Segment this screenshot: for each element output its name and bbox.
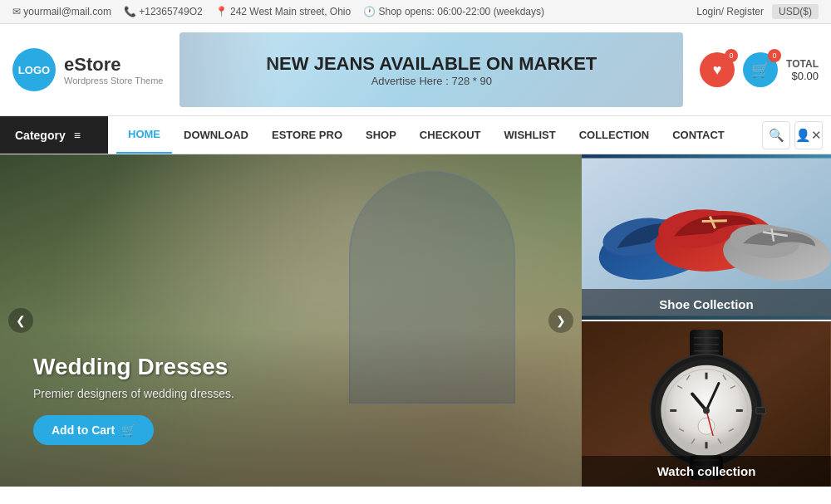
nav-contact[interactable]: CONTACT (661, 116, 736, 154)
user-button[interactable]: 👤✕ (794, 121, 823, 149)
hero-overlay: Wedding Dresses Premier designers of wed… (0, 329, 582, 487)
email-icon: ✉ (12, 6, 21, 17)
hero-main: ❮ ❯ Wedding Dresses Premier designers of… (0, 154, 582, 487)
wishlist-btn-wrapper: ♥ 0 (700, 52, 735, 87)
banner-heading: NEW JEANS AVAILABLE ON MARKET (266, 53, 597, 75)
cart-btn-wrapper: 🛒 0 (743, 52, 778, 87)
cart-button[interactable]: 🛒 0 (743, 52, 778, 87)
location-icon: 📍 (215, 6, 228, 17)
hero-subtitle: Premier designers of wedding dresses. (33, 387, 548, 400)
add-to-cart-button[interactable]: Add to Cart 🛒 (33, 415, 154, 445)
search-icon: 🔍 (769, 128, 784, 143)
hero-section: ❮ ❯ Wedding Dresses Premier designers of… (0, 154, 831, 487)
nav-shop[interactable]: SHOP (354, 116, 408, 154)
site-tagline: Wordpress Store Theme (64, 76, 163, 86)
nav-estore-pro[interactable]: ESTORE PRO (260, 116, 354, 154)
wishlist-button[interactable]: ♥ 0 (700, 52, 735, 87)
total-area: TOTAL $0.00 (786, 58, 819, 82)
currency-selector[interactable]: USD($) (772, 4, 819, 19)
add-to-cart-label: Add to Cart (52, 423, 115, 437)
topbar-right: Login/ Register USD($) (696, 4, 819, 19)
svg-point-35 (703, 407, 710, 413)
nav-bar: Category ≡ HOME DOWNLOAD ESTORE PRO SHOP… (0, 115, 831, 154)
topbar-left: ✉ yourmail@mail.com 📞 +12365749O2 📍 242 … (12, 6, 544, 17)
banner-text: NEW JEANS AVAILABLE ON MARKET Advertise … (266, 53, 597, 87)
login-register-link[interactable]: Login/ Register (696, 6, 764, 17)
ad-banner[interactable]: NEW JEANS AVAILABLE ON MARKET Advertise … (179, 32, 683, 107)
shoe-collection-panel[interactable]: Shoe Collection (582, 154, 831, 321)
total-amount: $0.00 (786, 70, 819, 82)
user-icon: 👤✕ (795, 128, 822, 143)
email-info: ✉ yourmail@mail.com (12, 6, 111, 17)
hero-title: Wedding Dresses (33, 354, 548, 380)
site-name: eStore (64, 54, 163, 76)
nav-wishlist[interactable]: WISHLIST (493, 116, 568, 154)
category-label: Category (15, 129, 66, 142)
nav-links: HOME DOWNLOAD ESTORE PRO SHOP CHECKOUT W… (108, 116, 762, 154)
nav-right: 🔍 👤✕ (762, 116, 831, 154)
wishlist-badge: 0 (725, 49, 738, 62)
shoe-collection-label: Shoe Collection (582, 289, 831, 320)
search-button[interactable]: 🔍 (762, 121, 790, 149)
nav-home[interactable]: HOME (116, 116, 172, 154)
banner-image (179, 32, 279, 107)
address-info: 📍 242 West Main street, Ohio (215, 6, 352, 17)
logo-area: LOGO eStore Wordpress Store Theme (12, 48, 163, 91)
header: LOGO eStore Wordpress Store Theme NEW JE… (0, 24, 831, 115)
category-button[interactable]: Category ≡ (0, 116, 108, 154)
nav-checkout[interactable]: CHECKOUT (408, 116, 493, 154)
watch-collection-label: Watch collection (582, 456, 831, 487)
svg-rect-36 (756, 407, 766, 413)
cart-badge: 0 (768, 49, 781, 62)
hours-info: 🕐 Shop opens: 06:00-22:00 (weekdays) (363, 6, 544, 17)
nav-collection[interactable]: COLLECTION (568, 116, 661, 154)
nav-download[interactable]: DOWNLOAD (172, 116, 260, 154)
watch-collection-panel[interactable]: Watch collection (582, 321, 831, 487)
banner-subtext: Advertise Here : 728 * 90 (266, 75, 597, 87)
phone-info: 📞 +12365749O2 (124, 6, 203, 17)
total-label: TOTAL (786, 58, 819, 70)
logo-text: eStore Wordpress Store Theme (64, 54, 163, 86)
phone-icon: 📞 (124, 6, 136, 17)
header-icons: ♥ 0 🛒 0 TOTAL $0.00 (700, 52, 819, 87)
hero-side: Shoe Collection (582, 154, 831, 487)
logo-circle: LOGO (12, 48, 56, 91)
cart-icon: 🛒 (121, 423, 135, 437)
clock-icon: 🕐 (363, 6, 376, 17)
topbar: ✉ yourmail@mail.com 📞 +12365749O2 📍 242 … (0, 0, 831, 24)
hamburger-icon: ≡ (74, 129, 81, 142)
